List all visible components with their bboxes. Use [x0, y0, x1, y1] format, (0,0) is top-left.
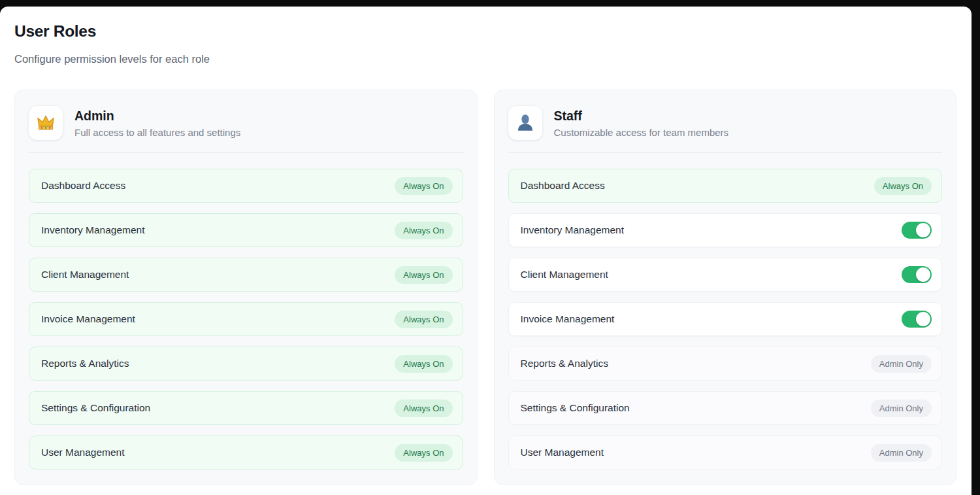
permission-label: Settings & Configuration	[41, 402, 150, 414]
status-badge: Always On	[874, 177, 932, 195]
toggle-knob	[916, 312, 930, 326]
permission-label: Inventory Management	[41, 224, 145, 236]
permission-label: Reports & Analytics	[521, 358, 608, 369]
permission-row: Inventory Management Always On	[29, 213, 463, 247]
permission-label: Dashboard Access	[41, 180, 125, 192]
permission-row: Client Management	[508, 258, 943, 292]
status-badge: Always On	[395, 177, 452, 195]
person-icon	[515, 113, 535, 133]
page-title: User Roles	[14, 22, 956, 41]
status-badge: Always On	[395, 266, 452, 284]
role-name: Staff	[554, 109, 729, 124]
permission-row: Reports & Analytics Always On	[29, 347, 463, 381]
card-divider	[508, 152, 943, 153]
page-subtitle: Configure permission levels for each rol…	[14, 53, 956, 65]
permission-row: Client Management Always On	[29, 258, 463, 292]
permission-row: User Management Always On	[29, 435, 463, 469]
permission-toggle[interactable]	[902, 222, 932, 239]
permission-row: Dashboard Access Always On	[508, 169, 943, 203]
role-icon-box	[29, 106, 63, 140]
role-description: Customizable access for team members	[554, 127, 729, 138]
permission-label: Settings & Configuration	[521, 402, 630, 414]
status-badge: Always On	[395, 311, 452, 328]
permission-row: Settings & Configuration Admin Only	[508, 391, 943, 425]
role-heading: Staff Customizable access for team membe…	[554, 109, 729, 138]
role-card-staff: Staff Customizable access for team membe…	[494, 90, 957, 485]
permission-row: Dashboard Access Always On	[29, 169, 463, 203]
status-badge: Admin Only	[871, 355, 932, 373]
toggle-knob	[916, 267, 930, 282]
role-name: Admin	[74, 109, 240, 124]
role-icon-box	[508, 106, 542, 140]
status-badge: Always On	[395, 222, 452, 239]
crown-icon	[36, 113, 56, 133]
role-card-header: Admin Full access to all features and se…	[29, 106, 463, 140]
permission-label: Invoice Management	[41, 313, 135, 325]
permission-toggle[interactable]	[902, 266, 932, 283]
status-badge: Always On	[395, 444, 452, 462]
permission-row: Reports & Analytics Admin Only	[508, 347, 943, 381]
permission-row: Invoice Management	[508, 302, 943, 336]
permission-row: User Management Admin Only	[508, 435, 943, 469]
status-badge: Always On	[395, 355, 452, 373]
status-badge: Always On	[395, 400, 452, 417]
permission-label: Invoice Management	[521, 313, 615, 325]
role-card-admin: Admin Full access to all features and se…	[14, 90, 478, 485]
permission-label: Reports & Analytics	[41, 358, 129, 369]
permission-row: Settings & Configuration Always On	[29, 391, 463, 425]
role-description: Full access to all features and settings	[74, 127, 240, 138]
user-roles-page: User Roles Configure permission levels f…	[0, 7, 972, 495]
status-badge: Admin Only	[871, 400, 932, 417]
permission-list: Dashboard Access Always On Inventory Man…	[29, 169, 463, 469]
permission-toggle[interactable]	[902, 311, 932, 328]
permission-list: Dashboard Access Always On Inventory Man…	[508, 169, 943, 469]
permission-label: Inventory Management	[521, 224, 625, 236]
permission-label: Dashboard Access	[521, 180, 605, 192]
permission-label: Client Management	[521, 269, 608, 281]
permission-row: Invoice Management Always On	[29, 302, 463, 336]
permission-label: Client Management	[41, 269, 129, 281]
permission-row: Inventory Management	[508, 213, 943, 247]
role-cards-container: Admin Full access to all features and se…	[14, 90, 956, 485]
card-divider	[29, 152, 463, 153]
role-heading: Admin Full access to all features and se…	[74, 109, 240, 138]
permission-label: User Management	[41, 447, 125, 458]
permission-label: User Management	[521, 447, 604, 458]
role-card-header: Staff Customizable access for team membe…	[508, 106, 943, 140]
status-badge: Admin Only	[871, 444, 932, 462]
toggle-knob	[916, 223, 930, 237]
